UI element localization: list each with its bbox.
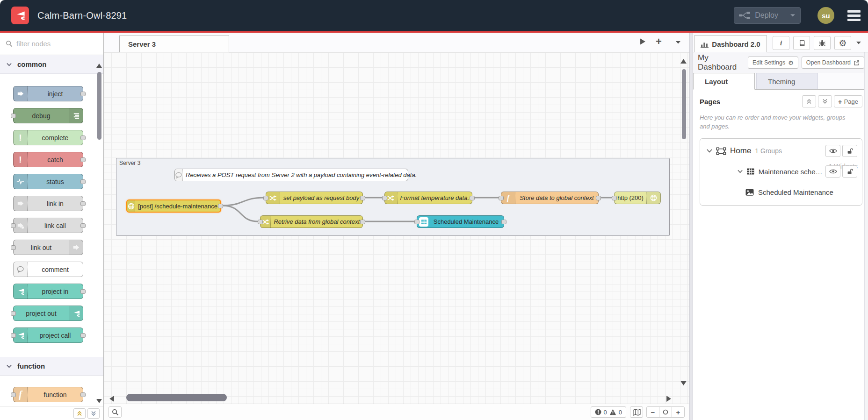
group-visibility-button[interactable] (825, 165, 840, 178)
page-meta: 1 Groups (755, 147, 782, 155)
node-port (80, 223, 86, 228)
palette-node-comment[interactable]: comment (13, 262, 83, 277)
tab-theming[interactable]: Theming (756, 73, 818, 89)
node-port (360, 196, 365, 200)
palette-category-common[interactable]: common (0, 55, 103, 74)
palette-node-project-out[interactable]: project out (13, 306, 83, 321)
palette-node-label: project in (28, 288, 83, 295)
palette-filter-input[interactable] (16, 40, 82, 48)
canvas-search-button[interactable] (108, 406, 122, 418)
palette-category-function[interactable]: function (0, 357, 103, 376)
palette-collapse-all-button[interactable] (73, 408, 86, 419)
palette-node-function[interactable]: f function (13, 387, 83, 402)
node-port (80, 179, 86, 184)
chevron-down-icon[interactable] (707, 149, 712, 153)
palette-node-catch[interactable]: ! catch (13, 152, 83, 167)
node-port (414, 220, 420, 224)
palette-node-status[interactable]: status (13, 174, 83, 189)
zoom-reset-button[interactable] (659, 406, 672, 418)
palette-scroll-down[interactable] (96, 399, 102, 403)
menu-bar (847, 19, 861, 21)
node-red-app: Calm-Barn-Owl-8291 Deploy su (0, 0, 868, 420)
sidebar-tab-dashboard[interactable]: Dashboard 2.0 (694, 35, 767, 52)
widget-name: Scheduled Maintenance (758, 188, 833, 196)
node-port (80, 157, 86, 162)
node-label: set payload as request body (280, 194, 362, 201)
zoom-in-button[interactable]: + (672, 406, 685, 418)
debug-tab-button[interactable] (814, 36, 831, 50)
error-icon (595, 409, 601, 415)
expand-all-pages-button[interactable] (818, 95, 832, 107)
page-scrollbar-track[interactable] (864, 52, 868, 420)
workspace-tabbar: Server 3 + (104, 33, 689, 52)
navigator-map-button[interactable] (630, 406, 643, 418)
gear-icon: ⚙ (788, 59, 794, 66)
flow-canvas[interactable]: Server 3 Receives a POST request from Se… (104, 52, 689, 404)
tree-row-widget-scheduled-maintenance[interactable]: Scheduled Maintenance (700, 182, 862, 202)
tree-row-group-maintenance[interactable]: Maintenance schedul... 1 Widgets (700, 161, 862, 182)
open-dashboard-button[interactable]: Open Dashboard (802, 57, 864, 69)
user-avatar[interactable]: su (817, 7, 834, 24)
palette-node-label: comment (28, 266, 83, 273)
flow-tab-server-3[interactable]: Server 3 (119, 35, 229, 52)
node-label: Scheduled Maintenance (428, 218, 504, 225)
flow-list-button[interactable] (675, 41, 681, 44)
palette-node-link-call[interactable]: link call (13, 218, 83, 233)
node-port (360, 220, 365, 224)
collapse-all-pages-button[interactable] (802, 95, 816, 107)
group-lock-button[interactable] (842, 165, 857, 178)
chevron-down-icon[interactable] (738, 170, 743, 173)
page-visibility-button[interactable] (825, 145, 840, 157)
palette-scrollbar-thumb[interactable] (97, 72, 101, 140)
palette-node-project-in[interactable]: project in (13, 284, 83, 299)
deploy-button[interactable]: Deploy (734, 7, 801, 24)
palette-node-project-call[interactable]: project call (13, 327, 83, 343)
edit-settings-button[interactable]: Edit Settings ⚙ (748, 57, 798, 69)
page-lock-button[interactable] (842, 145, 857, 157)
help-tab-button[interactable] (793, 36, 810, 50)
sidebar-tabs-menu-button[interactable] (856, 41, 861, 45)
flow-wires (104, 52, 689, 404)
exclamation-icon: ! (14, 152, 28, 167)
bar-chart-icon (701, 41, 709, 48)
page-icon (716, 147, 726, 155)
flow-node-http-response[interactable]: http (200) (614, 192, 661, 204)
node-port (501, 220, 506, 224)
info-tab-button[interactable]: i (773, 36, 789, 50)
config-tab-button[interactable]: ⚙ (834, 36, 851, 50)
node-port (470, 196, 475, 200)
category-label: function (17, 362, 45, 370)
palette-node-link-in[interactable]: link in (13, 196, 83, 211)
open-dashboard-label: Open Dashboard (806, 59, 851, 66)
palette-expand-all-button[interactable] (87, 408, 100, 419)
palette-node-link-out[interactable]: link out (13, 240, 83, 255)
palette-search[interactable] (0, 33, 103, 55)
flow-node-store-global[interactable]: f Store data to global context (501, 192, 599, 204)
canvas-footer: 0 0 − + (104, 404, 689, 420)
sidebar-splitter[interactable] (689, 33, 693, 420)
comment-text: Receives a POST request from Server 2 wi… (183, 171, 420, 178)
tree-row-page-home[interactable]: Home 1 Groups (700, 141, 862, 161)
palette-scroll-up[interactable] (96, 64, 102, 68)
deploy-options-button[interactable] (785, 11, 796, 20)
tab-layout[interactable]: Layout (693, 73, 755, 90)
palette-node-inject[interactable]: inject (13, 86, 83, 101)
flow-node-comment[interactable]: Receives a POST request from Server 2 wi… (174, 169, 408, 181)
flow-node-format-temperature[interactable]: Format temperature data. (384, 192, 472, 204)
palette-node-label: link in (28, 200, 83, 207)
palette-node-debug[interactable]: debug (13, 108, 83, 123)
external-link-icon (854, 60, 860, 66)
add-page-button[interactable]: + Page (834, 95, 862, 107)
flow-node-table-widget[interactable]: Scheduled Maintenance (417, 215, 504, 228)
palette-node-complete[interactable]: ! complete (13, 130, 83, 145)
exclamation-icon: ! (14, 130, 28, 145)
flow-node-set-payload[interactable]: set payload as request body (266, 192, 363, 204)
node-label: Store data to global context (515, 194, 598, 201)
run-flow-button[interactable] (640, 38, 646, 45)
flow-node-http-in[interactable]: [post] /schedule-maintenance (126, 199, 221, 213)
flow-node-retrieve-global[interactable]: Retrive data from global context (260, 215, 363, 228)
flow-status-counts[interactable]: 0 0 (591, 406, 626, 418)
zoom-out-button[interactable]: − (646, 406, 659, 418)
main-menu-button[interactable] (847, 10, 861, 21)
add-flow-button[interactable]: + (656, 37, 662, 46)
